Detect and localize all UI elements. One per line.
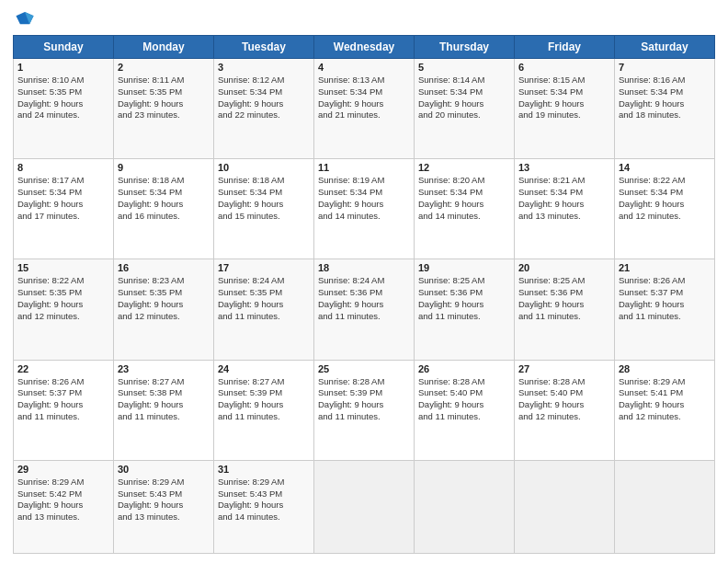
- cell-line: Sunrise: 8:28 AM: [318, 376, 410, 388]
- cell-line: Daylight: 9 hours: [118, 500, 210, 511]
- day-number: 29: [17, 464, 109, 475]
- day-number: 21: [619, 262, 711, 273]
- page: SundayMondayTuesdayWednesdayThursdayFrid…: [0, 0, 728, 563]
- cell-line: Sunset: 5:34 PM: [118, 187, 210, 199]
- cell-line: Sunrise: 8:22 AM: [17, 275, 109, 287]
- cell-line: and 13 minutes.: [118, 511, 210, 523]
- calendar-week-row: 1Sunrise: 8:10 AMSunset: 5:35 PMDaylight…: [14, 59, 715, 159]
- table-row: 8Sunrise: 8:17 AMSunset: 5:34 PMDaylight…: [14, 159, 114, 259]
- cell-line: Sunset: 5:42 PM: [17, 488, 109, 500]
- day-number: 24: [218, 363, 310, 374]
- cell-line: Sunset: 5:34 PM: [17, 187, 109, 199]
- day-number: 5: [418, 62, 510, 73]
- cell-line: Sunrise: 8:27 AM: [218, 376, 310, 388]
- day-number: 12: [418, 162, 510, 173]
- cell-line: Sunset: 5:34 PM: [619, 187, 711, 199]
- cell-line: Sunset: 5:35 PM: [218, 287, 310, 299]
- day-number: 13: [518, 162, 610, 173]
- cell-line: and 16 minutes.: [118, 211, 210, 223]
- cell-line: Sunrise: 8:22 AM: [619, 175, 711, 187]
- table-row: 23Sunrise: 8:27 AMSunset: 5:38 PMDayligh…: [114, 360, 214, 460]
- table-row: 19Sunrise: 8:25 AMSunset: 5:36 PMDayligh…: [415, 259, 515, 360]
- cell-line: Sunrise: 8:19 AM: [318, 175, 410, 187]
- cell-line: and 11 minutes.: [17, 411, 109, 423]
- cell-line: Daylight: 9 hours: [118, 98, 210, 110]
- cell-line: Sunset: 5:34 PM: [318, 86, 410, 98]
- table-row: 4Sunrise: 8:13 AMSunset: 5:34 PMDaylight…: [314, 59, 415, 159]
- cell-line: Sunrise: 8:17 AM: [17, 175, 109, 187]
- cell-line: Sunset: 5:36 PM: [418, 287, 510, 299]
- cell-line: and 24 minutes.: [17, 109, 109, 121]
- cell-line: Sunset: 5:41 PM: [619, 387, 711, 399]
- cell-line: and 11 minutes.: [218, 311, 310, 323]
- cell-line: Daylight: 9 hours: [318, 199, 410, 211]
- cell-line: Daylight: 9 hours: [518, 299, 610, 311]
- day-number: 9: [118, 162, 210, 173]
- cell-line: Daylight: 9 hours: [418, 299, 510, 311]
- cell-line: Daylight: 9 hours: [118, 299, 210, 311]
- cell-line: Daylight: 9 hours: [619, 299, 711, 311]
- cell-line: Sunrise: 8:24 AM: [218, 275, 310, 287]
- cell-line: and 12 minutes.: [118, 311, 210, 323]
- cell-line: and 19 minutes.: [518, 109, 610, 121]
- cell-line: and 12 minutes.: [619, 211, 711, 223]
- cell-line: Sunrise: 8:29 AM: [17, 477, 109, 488]
- cell-line: and 11 minutes.: [318, 411, 410, 423]
- cell-line: and 22 minutes.: [218, 109, 310, 121]
- cell-line: Sunset: 5:34 PM: [418, 86, 510, 98]
- day-number: 26: [418, 363, 510, 374]
- cell-line: Sunrise: 8:12 AM: [218, 75, 310, 86]
- cell-line: Daylight: 9 hours: [418, 98, 510, 110]
- cell-line: and 13 minutes.: [518, 211, 610, 223]
- cell-line: Daylight: 9 hours: [619, 399, 711, 411]
- table-row: [415, 460, 515, 553]
- cell-line: Sunrise: 8:28 AM: [518, 376, 610, 388]
- cell-line: and 18 minutes.: [619, 109, 711, 121]
- day-number: 22: [17, 363, 109, 374]
- cell-line: Sunset: 5:35 PM: [17, 287, 109, 299]
- cell-line: Sunset: 5:35 PM: [118, 86, 210, 98]
- day-number: 6: [518, 62, 610, 73]
- cell-line: Sunset: 5:43 PM: [218, 488, 310, 500]
- table-row: 21Sunrise: 8:26 AMSunset: 5:37 PMDayligh…: [615, 259, 715, 360]
- table-row: 20Sunrise: 8:25 AMSunset: 5:36 PMDayligh…: [515, 259, 615, 360]
- cell-line: Sunset: 5:37 PM: [17, 387, 109, 399]
- cell-line: Sunset: 5:34 PM: [418, 187, 510, 199]
- cell-line: Sunset: 5:36 PM: [518, 287, 610, 299]
- cell-line: Sunset: 5:34 PM: [518, 187, 610, 199]
- cell-line: and 12 minutes.: [17, 311, 109, 323]
- calendar-table: SundayMondayTuesdayWednesdayThursdayFrid…: [13, 35, 715, 554]
- cell-line: Sunset: 5:38 PM: [118, 387, 210, 399]
- cell-line: and 11 minutes.: [518, 311, 610, 323]
- cell-line: Sunrise: 8:25 AM: [418, 275, 510, 287]
- table-row: [515, 460, 615, 553]
- day-header-sunday: Sunday: [14, 36, 114, 59]
- cell-line: Daylight: 9 hours: [518, 399, 610, 411]
- cell-line: and 11 minutes.: [418, 311, 510, 323]
- table-row: 10Sunrise: 8:18 AMSunset: 5:34 PMDayligh…: [214, 159, 314, 259]
- table-row: 1Sunrise: 8:10 AMSunset: 5:35 PMDaylight…: [14, 59, 114, 159]
- cell-line: and 11 minutes.: [619, 311, 711, 323]
- cell-line: and 21 minutes.: [318, 109, 410, 121]
- cell-line: Sunset: 5:35 PM: [118, 287, 210, 299]
- cell-line: Sunset: 5:40 PM: [418, 387, 510, 399]
- table-row: 6Sunrise: 8:15 AMSunset: 5:34 PMDaylight…: [515, 59, 615, 159]
- cell-line: Sunrise: 8:25 AM: [518, 275, 610, 287]
- cell-line: Sunset: 5:34 PM: [218, 86, 310, 98]
- cell-line: Daylight: 9 hours: [17, 199, 109, 211]
- day-number: 27: [518, 363, 610, 374]
- table-row: 18Sunrise: 8:24 AMSunset: 5:36 PMDayligh…: [314, 259, 415, 360]
- cell-line: Sunrise: 8:14 AM: [418, 75, 510, 86]
- cell-line: Sunset: 5:34 PM: [218, 187, 310, 199]
- cell-line: Daylight: 9 hours: [17, 299, 109, 311]
- table-row: 28Sunrise: 8:29 AMSunset: 5:41 PMDayligh…: [615, 360, 715, 460]
- cell-line: Daylight: 9 hours: [17, 98, 109, 110]
- cell-line: Sunrise: 8:29 AM: [619, 376, 711, 388]
- table-row: 26Sunrise: 8:28 AMSunset: 5:40 PMDayligh…: [415, 360, 515, 460]
- cell-line: Daylight: 9 hours: [318, 299, 410, 311]
- cell-line: Sunset: 5:34 PM: [518, 86, 610, 98]
- cell-line: Sunset: 5:34 PM: [619, 86, 711, 98]
- day-number: 16: [118, 262, 210, 273]
- table-row: 29Sunrise: 8:29 AMSunset: 5:42 PMDayligh…: [14, 460, 114, 553]
- cell-line: Sunrise: 8:11 AM: [118, 75, 210, 86]
